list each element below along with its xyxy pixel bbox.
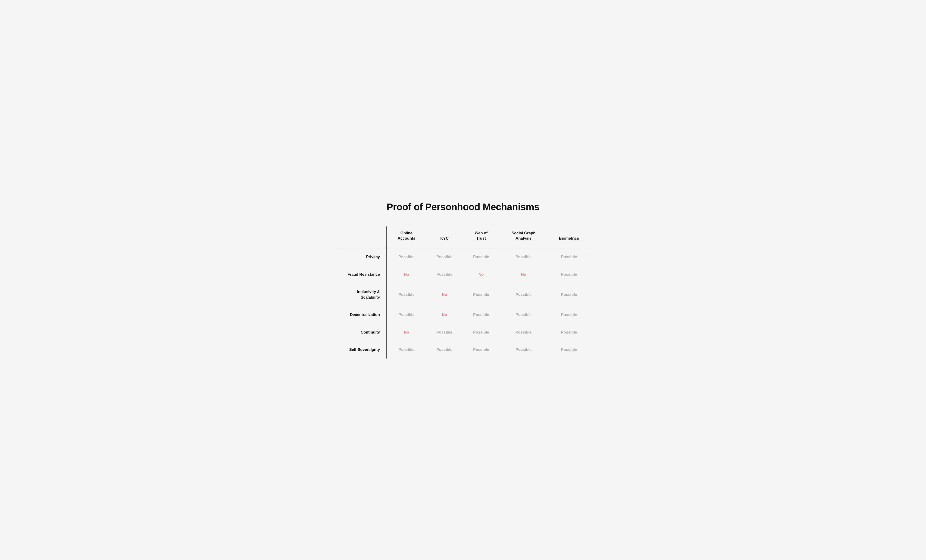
table-wrapper: OnlineAccounts KYC Web ofTrust Social Gr… [336, 226, 590, 359]
cell-value: No [387, 324, 426, 341]
cell-value: No [387, 266, 426, 283]
col-header-web-of-trust: Web ofTrust [463, 226, 499, 248]
cell-value: Possible [387, 306, 426, 324]
cell-value: Possible [548, 266, 590, 283]
cell-value: Possible [499, 324, 548, 341]
row-label: Continuity [336, 324, 387, 341]
table-row: Inclusivity &ScalabilityPossibleNoPossib… [336, 283, 590, 306]
row-label: Fraud Resistance [336, 266, 387, 283]
row-label: Privacy [336, 248, 387, 266]
cell-value: Possible [548, 306, 590, 324]
cell-value: Possible [499, 306, 548, 324]
main-container: Proof of Personhood Mechanisms OnlineAcc… [336, 201, 590, 359]
row-label: Self-Sovereignty [336, 341, 387, 359]
cell-value: Possible [463, 283, 499, 306]
cell-value: Possible [463, 248, 499, 266]
cell-value: Possible [387, 341, 426, 359]
cell-value: Possible [426, 266, 463, 283]
row-label: Decentralization [336, 306, 387, 324]
row-label: Inclusivity &Scalability [336, 283, 387, 306]
col-header-biometrics: Biometrics [548, 226, 590, 248]
cell-value: Possible [548, 341, 590, 359]
row-header-cell [336, 226, 387, 248]
cell-value: Possible [463, 324, 499, 341]
column-header-row: OnlineAccounts KYC Web ofTrust Social Gr… [336, 226, 590, 248]
comparison-table: OnlineAccounts KYC Web ofTrust Social Gr… [336, 226, 590, 359]
cell-value: Possible [548, 248, 590, 266]
cell-value: Possible [426, 248, 463, 266]
cell-value: Possible [548, 324, 590, 341]
page-title: Proof of Personhood Mechanisms [336, 201, 590, 213]
table-row: Self-SovereigntyPossiblePossiblePossible… [336, 341, 590, 359]
cell-value: Possible [499, 341, 548, 359]
cell-value: Possible [548, 283, 590, 306]
table-row: PrivacyPossiblePossiblePossiblePossibleP… [336, 248, 590, 266]
col-header-social-graph-analysis: Social GraphAnalysis [499, 226, 548, 248]
cell-value: No [463, 266, 499, 283]
cell-value: No [426, 306, 463, 324]
cell-value: Possible [463, 306, 499, 324]
cell-value: Possible [463, 341, 499, 359]
col-header-online-accounts: OnlineAccounts [387, 226, 426, 248]
cell-value: No [426, 283, 463, 306]
cell-value: Possible [426, 324, 463, 341]
table-row: ContinuityNoPossiblePossiblePossiblePoss… [336, 324, 590, 341]
cell-value: No [499, 266, 548, 283]
col-header-kyc: KYC [426, 226, 463, 248]
table-row: DecentralizationPossibleNoPossiblePossib… [336, 306, 590, 324]
cell-value: Possible [499, 248, 548, 266]
cell-value: Possible [499, 283, 548, 306]
cell-value: Possible [387, 248, 426, 266]
table-row: Fraud ResistanceNoPossibleNoNoPossible [336, 266, 590, 283]
cell-value: Possible [426, 341, 463, 359]
cell-value: Possible [387, 283, 426, 306]
